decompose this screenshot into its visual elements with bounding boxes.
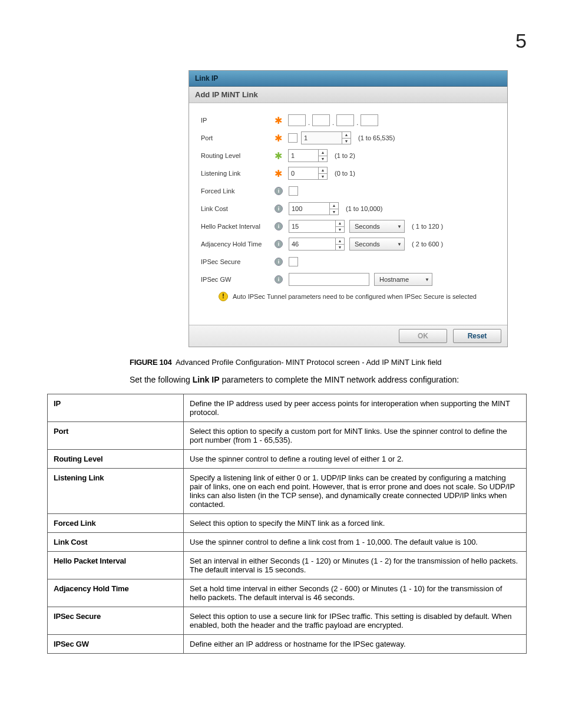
param-name: Hello Packet Interval [48,552,184,579]
required-icon: ✱ [275,115,282,126]
linkcost-spinner[interactable]: ▲▼ [289,202,339,215]
listening-hint: (0 to 1) [335,170,355,177]
param-desc: Select this option to specify the MiNT l… [184,514,527,533]
dialog-subtitle: Add IP MiNT Link [189,87,507,103]
param-desc: Set an interval in either Seconds (1 - 1… [184,552,527,579]
ip-input[interactable]: . . . [288,114,378,126]
param-desc: Use the spinner control to define a rout… [184,450,527,469]
adj-label: Adjacency Hold Time [201,241,275,248]
port-checkbox[interactable] [288,133,297,143]
adj-spinner[interactable]: ▲▼ [289,238,345,251]
param-desc: Define the IP address used by peer acces… [184,394,527,422]
ipsecgw-label: IPSec GW [201,276,275,283]
table-row: Forced LinkSelect this option to specify… [48,514,527,533]
ipsecgw-type-dropdown[interactable]: Hostname▼ [374,273,432,286]
param-desc: Define either an IP address or hostname … [184,635,527,654]
info-icon: i [275,275,283,284]
reset-button[interactable]: Reset [453,329,501,343]
warning-icon: ! [219,292,228,301]
param-name: Link Cost [48,533,184,552]
table-row: PortSelect this option to specify a cust… [48,422,527,450]
param-name: IPSec Secure [48,607,184,635]
ipsec-checkbox[interactable] [289,257,298,266]
listening-label: Listening Link [201,170,275,177]
required-icon: ✱ [275,150,282,162]
warning-text: Auto IPSec Tunnel parameters need to be … [233,293,477,300]
ok-button[interactable]: OK [399,329,447,343]
intro-text: Set the following Link IP parameters to … [130,375,527,384]
hello-spinner[interactable]: ▲▼ [289,220,345,233]
table-row: Adjacency Hold TimeSet a hold time inter… [48,579,527,607]
routing-hint: (1 to 2) [335,152,355,159]
ip-label: IP [201,117,275,124]
routing-spinner[interactable]: ▲▼ [288,149,328,162]
param-desc: Use the spinner control to define a link… [184,533,527,552]
info-icon: i [275,187,283,195]
figure-caption: FIGURE 104 Advanced Profile Configuratio… [130,358,527,367]
page-number: 5 [47,29,527,52]
ipsecgw-input[interactable] [289,273,369,286]
forced-label: Forced Link [201,187,275,195]
warning-row: ! Auto IPSec Tunnel parameters need to b… [219,292,495,301]
table-row: Link CostUse the spinner control to defi… [48,533,527,552]
info-icon: i [275,240,283,248]
param-name: IPSec GW [48,635,184,654]
linkcost-hint: (1 to 10,000) [346,205,382,212]
parameter-table: IPDefine the IP address used by peer acc… [47,394,527,654]
param-desc: Specify a listening link of either 0 or … [184,469,527,514]
form-body: IP ✱ . . . Port ✱ ▲▼ (1 to 65,535) [189,103,507,325]
param-desc: Select this option to specify a custom p… [184,422,527,450]
required-icon: ✱ [275,133,282,144]
linkcost-label: Link Cost [201,205,275,212]
table-row: Hello Packet IntervalSet an interval in … [48,552,527,579]
param-name: IP [48,394,184,422]
forced-checkbox[interactable] [289,186,298,196]
param-name: Adjacency Hold Time [48,579,184,607]
table-row: IPDefine the IP address used by peer acc… [48,394,527,422]
port-spinner[interactable]: ▲▼ [301,131,351,144]
hello-label: Hello Packet Interval [201,223,275,230]
hello-unit-dropdown[interactable]: Seconds▼ [349,220,405,233]
param-name: Port [48,422,184,450]
table-row: Routing LevelUse the spinner control to … [48,450,527,469]
param-desc: Select this option to use a secure link … [184,607,527,635]
ipsec-label: IPSec Secure [201,258,275,265]
button-bar: OK Reset [189,325,507,347]
info-icon: i [275,222,283,230]
hello-hint: ( 1 to 120 ) [412,223,443,230]
info-icon: i [275,258,283,266]
table-row: IPSec SecureSelect this option to use a … [48,607,527,635]
required-icon: ✱ [275,168,282,179]
adj-unit-dropdown[interactable]: Seconds▼ [349,238,405,251]
port-hint: (1 to 65,535) [358,134,395,141]
listening-spinner[interactable]: ▲▼ [288,167,328,180]
adj-hint: ( 2 to 600 ) [412,241,443,248]
table-row: IPSec GWDefine either an IP address or h… [48,635,527,654]
param-name: Routing Level [48,450,184,469]
dialog-screenshot: Link IP Add IP MiNT Link IP ✱ . . . Port… [189,70,508,347]
param-name: Listening Link [48,469,184,514]
routing-label: Routing Level [201,152,275,159]
info-icon: i [275,205,283,213]
table-row: Listening LinkSpecify a listening link o… [48,469,527,514]
param-desc: Set a hold time interval in either Secon… [184,579,527,607]
port-label: Port [201,134,275,141]
dialog-titlebar: Link IP [189,71,507,87]
param-name: Forced Link [48,514,184,533]
